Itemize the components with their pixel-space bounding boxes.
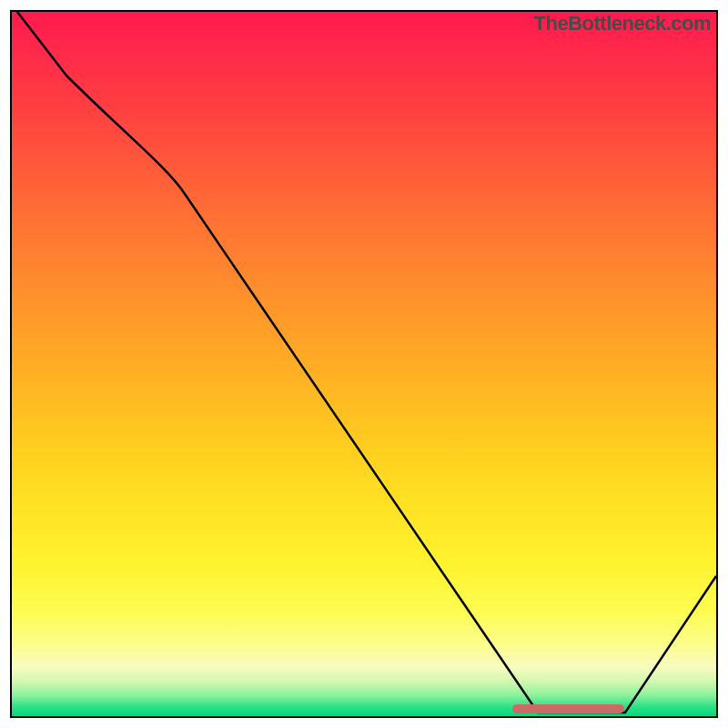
curve-path <box>17 12 716 713</box>
optimal-range-bar <box>512 704 625 713</box>
chart-plot-area: TheBottleneck.com <box>10 10 718 718</box>
watermark-label: TheBottleneck.com <box>534 12 711 35</box>
bottleneck-curve <box>12 12 716 716</box>
